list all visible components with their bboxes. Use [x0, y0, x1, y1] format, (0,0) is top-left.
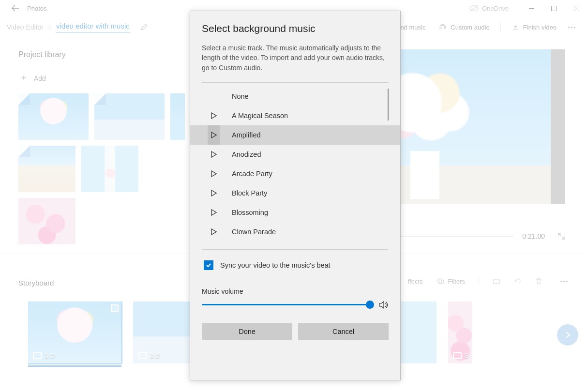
scroll-right-button[interactable] — [557, 324, 578, 346]
back-button[interactable] — [8, 4, 23, 12]
maximize-button[interactable] — [542, 0, 565, 16]
track-name: A Magical Season — [232, 112, 288, 120]
track-name: Block Party — [232, 189, 267, 197]
custom-audio-label: Custom audio — [451, 24, 489, 31]
library-thumb[interactable] — [81, 146, 138, 192]
track-name: Arcade Party — [232, 170, 272, 178]
cloud-off-icon — [469, 5, 479, 12]
play-icon[interactable] — [208, 87, 220, 106]
library-thumb[interactable] — [170, 93, 185, 140]
image-icon — [33, 352, 42, 359]
play-icon[interactable] — [208, 203, 220, 222]
chevron-right-icon — [47, 24, 51, 30]
music-track-item[interactable]: Come with Me — [190, 241, 400, 247]
storyboard-more-button[interactable] — [556, 281, 572, 282]
play-icon[interactable] — [208, 222, 220, 241]
add-label: Add — [34, 75, 46, 82]
clip-duration: 3.0 — [45, 351, 55, 360]
track-name: Anodized — [232, 151, 261, 158]
track-name: Amplified — [232, 131, 261, 139]
selection-checkbox[interactable] — [111, 304, 119, 312]
crop-button[interactable] — [493, 277, 500, 285]
image-icon — [453, 352, 462, 359]
music-track-item[interactable]: Block Party — [190, 183, 400, 203]
project-name[interactable]: video editor with music — [56, 22, 130, 32]
play-icon[interactable] — [208, 145, 220, 164]
library-thumb[interactable] — [94, 93, 165, 140]
library-thumb[interactable] — [18, 93, 89, 140]
rotate-icon — [514, 277, 522, 285]
fullscreen-button[interactable] — [557, 232, 565, 240]
effects-label: ffects — [408, 278, 423, 285]
cancel-button[interactable]: Cancel — [298, 323, 389, 340]
play-icon[interactable] — [208, 183, 220, 203]
delete-button[interactable] — [535, 277, 542, 285]
track-name: Clown Parade — [232, 228, 276, 236]
storyboard-clip[interactable]: 3.0 — [28, 302, 121, 363]
library-thumb[interactable] — [18, 146, 75, 192]
image-icon — [138, 352, 147, 359]
music-track-item[interactable]: Clown Parade — [190, 222, 400, 241]
music-track-item[interactable]: Amplified — [190, 125, 400, 145]
effects-button[interactable]: ffects — [408, 278, 423, 285]
done-button[interactable]: Done — [202, 323, 292, 340]
project-library-panel: Project library + Add — [18, 50, 193, 244]
add-media-button[interactable]: + Add — [18, 73, 193, 84]
playback-time: 0:21.00 — [522, 232, 545, 240]
dialog-title: Select background music — [202, 23, 389, 34]
custom-audio-button[interactable]: Custom audio — [439, 23, 489, 31]
storyboard-clip[interactable]: 3 — [448, 302, 472, 363]
onedrive-status[interactable]: OneDrive — [469, 5, 509, 12]
crop-icon — [493, 277, 500, 285]
more-button[interactable] — [563, 27, 580, 28]
finish-label: Finish video — [523, 24, 557, 31]
filters-icon — [436, 277, 444, 285]
play-icon[interactable] — [208, 106, 220, 125]
music-track-item[interactable]: Blossoming — [190, 203, 400, 222]
volume-label: Music volume — [190, 273, 400, 300]
audio-icon — [439, 23, 447, 31]
play-icon[interactable] — [208, 164, 220, 183]
clip-selection-underline — [28, 365, 121, 367]
onedrive-label: OneDrive — [482, 5, 509, 12]
music-track-item[interactable]: A Magical Season — [190, 106, 400, 125]
track-name: Blossoming — [232, 209, 268, 216]
close-button[interactable] — [565, 0, 587, 16]
play-icon[interactable] — [208, 241, 220, 247]
pencil-icon — [140, 23, 148, 31]
filters-label: Filters — [448, 278, 465, 285]
music-track-list[interactable]: NoneA Magical SeasonAmplifiedAnodizedArc… — [190, 87, 400, 247]
arrow-left-icon — [12, 4, 19, 12]
music-track-item[interactable]: None — [190, 87, 400, 106]
track-name: None — [232, 92, 249, 100]
speaker-icon — [378, 300, 389, 310]
breadcrumb-root[interactable]: Video Editor — [7, 23, 44, 31]
play-icon[interactable] — [208, 125, 220, 145]
dialog-description: Select a music track. The music automati… — [202, 43, 389, 73]
finish-video-button[interactable]: Finish video — [512, 23, 557, 31]
storyboard-toolbar: ffects Filters — [408, 276, 572, 286]
library-thumb[interactable] — [18, 198, 75, 244]
scrollbar[interactable] — [388, 89, 389, 121]
minimize-button[interactable] — [520, 0, 542, 16]
background-music-dialog: Select background music Select a music t… — [190, 11, 401, 380]
music-track-item[interactable]: Anodized — [190, 145, 400, 164]
rename-button[interactable] — [140, 23, 148, 31]
project-library-title: Project library — [18, 50, 193, 59]
svg-rect-2 — [551, 6, 556, 11]
storyboard-title: Storyboard — [18, 279, 54, 287]
expand-icon — [557, 232, 565, 240]
sync-label: Sync your video to the music's beat — [220, 261, 331, 269]
volume-slider[interactable] — [202, 304, 370, 305]
sync-beat-checkbox[interactable]: Sync your video to the music's beat — [190, 254, 400, 273]
filters-button[interactable]: Filters — [436, 277, 465, 285]
checkbox-checked-icon — [204, 260, 213, 270]
separator — [500, 22, 501, 32]
rotate-button[interactable] — [514, 277, 522, 285]
svg-rect-7 — [494, 279, 499, 284]
plus-icon: + — [18, 73, 29, 84]
clip-duration: 3 — [465, 351, 468, 360]
chevron-right-icon — [564, 331, 572, 339]
music-track-item[interactable]: Arcade Party — [190, 164, 400, 183]
trash-icon — [535, 277, 542, 285]
